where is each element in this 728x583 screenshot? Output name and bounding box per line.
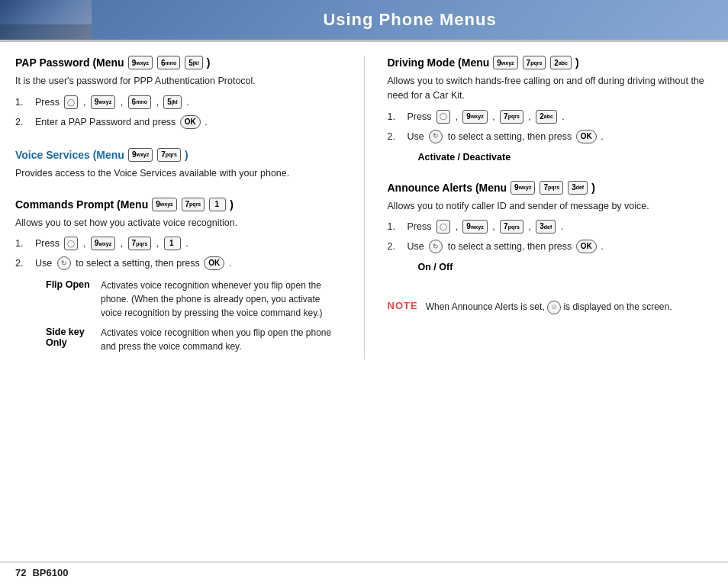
key-7pqrs: 7pqrs (500, 220, 523, 234)
header-image (0, 0, 92, 40)
side-key-option: Side keyOnly Activates voice recognition… (46, 326, 341, 353)
pap-step-1: 1. Press ◯ , 9wxyz , 6mno , 5jkl . (15, 95, 341, 110)
key-1: 1 (209, 198, 226, 211)
key-5jkl: 5jkl (163, 95, 181, 109)
note-section: NOTE When Announce Alerts is set, ☺ is d… (388, 300, 714, 314)
commands-prompt-desc: Allows you to set how you activate voice… (15, 216, 341, 230)
page-footer: 72 BP6100 (0, 562, 728, 583)
key-9wxyz: 9wxyz (91, 95, 115, 109)
key-1: 1 (164, 237, 181, 250)
ok-badge: OK (576, 130, 597, 143)
key-7pqrs: 7pqrs (500, 110, 523, 124)
drive-step-1: 1. Press ◯ , 9wxyz , 7pqrs , 2abc . (388, 109, 714, 124)
menu-key: ◯ (436, 220, 450, 234)
menu-key: ◯ (436, 110, 450, 124)
main-content: PAP Password (Menu 9wxyz 6mno 5jkl ) It … (0, 42, 728, 367)
key-6mno: 6mno (157, 56, 180, 69)
key-9wxyz: 9wxyz (493, 56, 517, 69)
voice-services-title: Voice Services (Menu 9wxyz 7pqrs ) (15, 148, 341, 162)
left-column: PAP Password (Menu 9wxyz 6mno 5jkl ) It … (15, 56, 341, 359)
driving-option: Activate / Deactivate (418, 152, 714, 163)
driving-mode-title: Driving Mode (Menu 9wxyz 7pqrs 2abc ) (388, 56, 714, 69)
model-name: BP6100 (32, 567, 68, 578)
page-title: Using Phone Menus (92, 10, 728, 30)
voice-services-desc: Provides access to the Voice Services av… (15, 166, 341, 181)
right-column: Driving Mode (Menu 9wxyz 7pqrs 2abc ) Al… (388, 56, 714, 359)
key-9wxyz: 9wxyz (91, 237, 115, 250)
note-icon: ☺ (547, 301, 561, 314)
flip-open-option: Flip Open Activates voice recognition wh… (46, 279, 341, 320)
cmd-step-2: 2. Use ↻ to select a setting, then press… (15, 256, 341, 271)
note-text: When Announce Alerts is set, ☺ is displa… (426, 300, 713, 314)
pap-password-steps: 1. Press ◯ , 9wxyz , 6mno , 5jkl . 2. En… (15, 95, 341, 130)
key-9wxyz: 9wxyz (152, 198, 176, 211)
key-2abc: 2abc (550, 56, 572, 69)
pap-password-desc: It is the user's password for PPP Authen… (15, 74, 341, 89)
announce-alerts-desc: Allows you to notify caller ID and sende… (388, 199, 714, 214)
menu-key: ◯ (64, 95, 78, 109)
key-7pqrs: 7pqrs (157, 148, 181, 162)
commands-options: Flip Open Activates voice recognition wh… (46, 279, 341, 353)
alert-step-2: 2. Use ↻ to select a setting, then press… (388, 239, 714, 254)
key-7pqrs: 7pqrs (523, 56, 546, 69)
scroll-icon: ↻ (429, 240, 443, 253)
ok-badge: OK (180, 115, 201, 129)
page-header: Using Phone Menus (0, 0, 728, 40)
scroll-icon: ↻ (57, 256, 71, 270)
key-9wxyz: 9wxyz (128, 148, 153, 162)
key-7pqrs: 7pqrs (540, 181, 563, 195)
page-number: 72 (15, 567, 26, 578)
announce-alerts-title: Announce Alerts (Menu 9wxyz 7pqrs 3def ) (388, 181, 714, 195)
pap-step-2: 2. Enter a PAP Password and press OK . (15, 114, 341, 130)
key-6mno: 6mno (128, 95, 151, 109)
key-7pqrs: 7pqrs (182, 198, 205, 211)
drive-step-2: 2. Use ↻ to select a setting, then press… (388, 129, 714, 144)
announce-alerts-steps: 1. Press ◯ , 9wxyz , 7pqrs , 3def . 2. U… (388, 219, 714, 254)
key-7pqrs: 7pqrs (128, 237, 152, 250)
key-9wxyz: 9wxyz (462, 110, 487, 124)
scroll-icon: ↻ (429, 130, 443, 143)
alert-step-1: 1. Press ◯ , 9wxyz , 7pqrs , 3def . (388, 219, 714, 234)
key-3def: 3def (568, 181, 588, 195)
pap-password-title: PAP Password (Menu 9wxyz 6mno 5jkl ) (15, 56, 341, 69)
key-3def: 3def (536, 220, 556, 234)
commands-prompt-title: Commands Prompt (Menu 9wxyz 7pqrs 1 ) (15, 198, 341, 211)
alert-option: On / Off (418, 262, 714, 272)
key-9wxyz: 9wxyz (462, 220, 487, 234)
commands-prompt-steps: 1. Press ◯ , 9wxyz , 7pqrs , 1 . 2. Use … (15, 236, 341, 271)
key-5jkl: 5jkl (185, 56, 202, 69)
driving-mode-desc: Allows you to switch hands-free calling … (388, 74, 714, 103)
column-divider (364, 56, 365, 359)
key-9wxyz: 9wxyz (128, 56, 153, 69)
ok-badge: OK (204, 256, 224, 270)
menu-key: ◯ (64, 237, 78, 250)
driving-mode-steps: 1. Press ◯ , 9wxyz , 7pqrs , 2abc . 2. U… (388, 109, 714, 144)
key-9wxyz: 9wxyz (511, 181, 535, 195)
key-2abc: 2abc (536, 110, 557, 124)
cmd-step-1: 1. Press ◯ , 9wxyz , 7pqrs , 1 . (15, 236, 341, 251)
ok-badge: OK (576, 240, 597, 253)
